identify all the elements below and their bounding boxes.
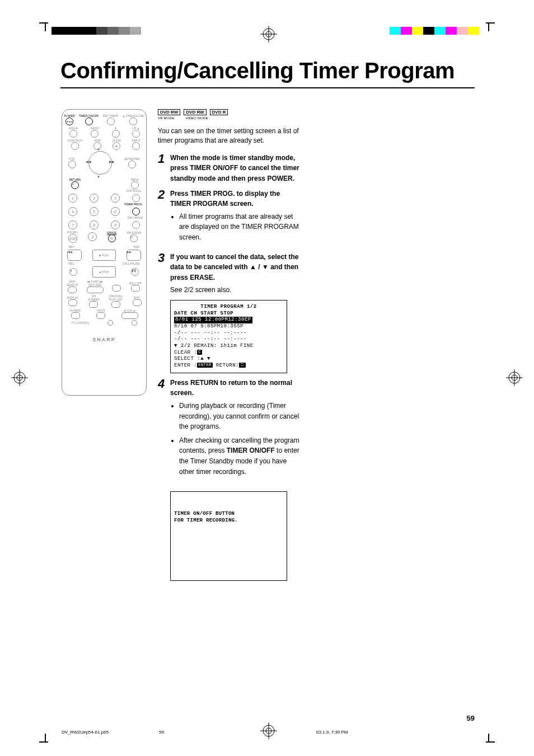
crop-mark [45,22,46,31]
step2-pre: Press [170,190,190,198]
remote-button: ◀◀ [67,250,82,261]
remote-button [91,130,99,138]
subtag-vr: VR MODE [158,116,174,120]
step-num-2: 2 [158,189,170,247]
format-subtags: VR MODE VIDEO MODE [158,116,301,120]
screen1-header: DATE CH START STOP [174,311,283,317]
step-3: 3 If you want to cancel the data, select… [158,252,301,295]
format-tags: DVD RW DVD RW DVD R [158,109,301,115]
remote-button [131,285,140,292]
footer-page: 59 [159,730,164,735]
remote-stop-button: ■ STOP [92,266,116,278]
remote-control-illustration: POWER●●● TIMER ON/OFF REC TIMER ▲ OPEN/C… [62,109,147,396]
step1-post: . [293,175,294,182]
remote-button [71,142,79,150]
remote-logo: SHARP [62,337,146,342]
remote-button [131,181,139,189]
remote-button [107,320,113,326]
footer-file: DV_RW2U#p54-61.p65 [62,730,109,735]
screen1-row2: 8/10 07 9:05PM10:35SP [174,323,283,330]
step3-see: See 2/2 screen also. [170,285,301,295]
step3-arrows: ▲ / ▼ [250,263,269,271]
step-num-1: 1 [158,153,170,184]
register-mark-left [11,369,28,386]
screen1-enter: ENTER : [174,363,197,368]
remote-timer-button [85,118,93,125]
subtag-video: VIDEO MODE [185,116,208,120]
step-2: 2 Press TIMER PROG. to display the TIMER… [158,189,301,247]
crop-mark [45,734,46,743]
screen2-l2: FOR TIMER RECORDING. [174,518,283,524]
step-num-3: 3 [158,252,170,295]
screen1-row1: 8/01 125 12:00PM12:30EP [174,317,252,323]
remote-timerprog-label: TIMER PROG. [62,203,143,206]
screen1-return: RETURN: [213,363,239,368]
step2-bullet: All timer programs that are already set … [179,212,301,243]
return-icon: ⮌ [239,363,246,368]
step1-bold1: TIMER ON/OFF [190,164,238,172]
crop-mark [39,741,48,743]
screen1-enter-key: ENTER [197,363,213,368]
step-num-4: 4 [158,378,170,481]
remote-button [69,130,77,138]
footer-info: DV_RW2U#p54-61.p65 59 03.1.9, 7:39 PM [62,730,476,735]
remote-button [112,130,120,138]
crop-mark [39,22,48,24]
remote-button [68,287,77,293]
tag-dvd-rw-video: DVD RW [184,109,206,115]
remote-button [68,299,77,306]
screen1-clear: CLEAR : [174,350,197,355]
footer-date: 03.1.9, 7:39 PM [316,730,348,735]
register-mark-top [260,26,277,43]
remote-button [132,194,140,202]
page-number: 59 [467,714,475,722]
register-mark-right [506,369,523,386]
remote-erase-button: C [108,234,116,242]
remote-button [89,301,98,308]
screen2-l1: TIMER ON/OFF BUTTON [174,511,283,518]
remote-button [96,312,105,319]
remote-button: G [130,234,138,242]
screen1-title: TIMER PROGRAM 1/2 [174,304,283,311]
remote-button: ⊕ [113,142,120,150]
remote-button [132,320,137,326]
tag-dvd-r: DVD R [210,109,228,115]
remote-button [87,287,104,293]
remote-button [133,299,142,306]
step3-post: . [213,274,215,281]
step4-pre: Press [170,379,190,387]
remote-power-button: ●●● [65,118,73,125]
timer-message-screen: TIMER ON/OFF BUTTON FOR TIMER RECORDING. [170,491,287,581]
step-4: 4 Press RETURN to return to the normal s… [158,378,301,481]
remote-button: ● [69,268,77,276]
remote-button [129,118,137,125]
screen1-row3: -/-- --- --:-- --:---- [174,330,283,337]
crop-mark [488,734,489,743]
timer-program-screen: TIMER PROGRAM 1/2 DATE CH START STOP 8/0… [170,300,287,373]
tag-dvd-rw-vr: DVD RW [158,109,180,115]
remote-button [107,118,115,125]
step-1: 1 When the mode is timer standby mode, p… [158,153,301,184]
remote-button [121,312,138,319]
step4-bold: RETURN [190,379,218,387]
color-bar-left [51,27,141,35]
step4-bullet1: During playback or recording (Timer reco… [179,401,301,432]
intro-text: You can see on the timer setting screen … [158,126,301,146]
remote-return-button: ⮌ [71,181,79,189]
remote-button [112,285,121,292]
step4-bullet2bold: TIMER ON/OFF [227,447,275,454]
remote-button [128,161,136,168]
remote-button [132,130,140,138]
remote-play-button: ▶ PLAY [92,250,116,261]
page-title: Confirming/Cancelling Timer Program [60,58,455,83]
remote-dpad: ▲ ▼ ◀◀ ▶▶ [88,151,112,175]
step3-bold: ERASE [190,274,213,281]
crop-mark [488,22,489,31]
color-bar-right [390,27,479,35]
crop-mark [486,22,495,24]
screen1-select: SELECT :▲ ▼ [174,356,283,363]
remote-button: ❚❚ [131,268,139,276]
step2-bold: TIMER PROG. [190,190,235,198]
remote-button [132,221,140,229]
remote-button [71,312,80,319]
